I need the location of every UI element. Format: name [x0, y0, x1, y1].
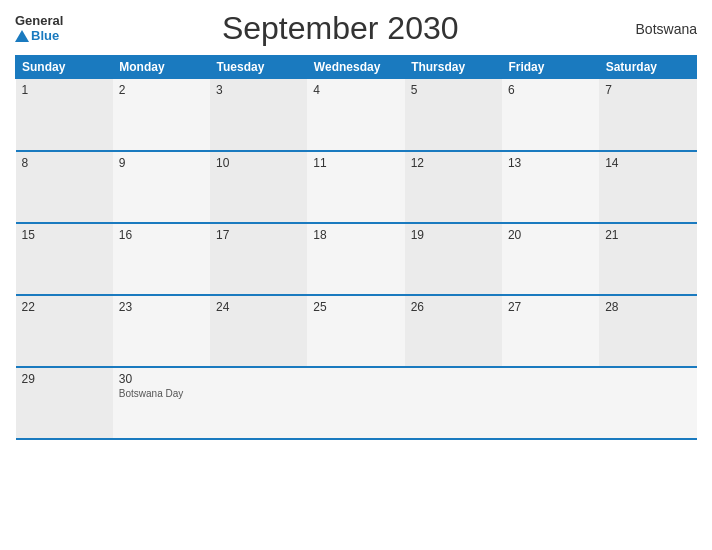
calendar-day-cell: 6 [502, 79, 599, 151]
calendar-day-cell: 9 [113, 151, 210, 223]
logo-blue-text: Blue [15, 29, 63, 43]
header-thursday: Thursday [405, 56, 502, 79]
calendar-day-cell: 3 [210, 79, 307, 151]
calendar-day-cell: 12 [405, 151, 502, 223]
calendar-day-cell: 25 [307, 295, 404, 367]
day-number: 6 [508, 83, 593, 97]
calendar-header: General Blue September 2030 Botswana [15, 10, 697, 47]
calendar-day-cell: 8 [16, 151, 113, 223]
weekday-header-row: Sunday Monday Tuesday Wednesday Thursday… [16, 56, 697, 79]
calendar-week-row: 891011121314 [16, 151, 697, 223]
logo-general-text: General [15, 14, 63, 28]
calendar-day-cell: 30Botswana Day [113, 367, 210, 439]
day-number: 18 [313, 228, 398, 242]
calendar-day-cell: 13 [502, 151, 599, 223]
calendar-week-row: 22232425262728 [16, 295, 697, 367]
header-monday: Monday [113, 56, 210, 79]
calendar-day-cell: 27 [502, 295, 599, 367]
calendar-day-cell: 18 [307, 223, 404, 295]
day-number: 9 [119, 156, 204, 170]
calendar-day-cell [307, 367, 404, 439]
day-number: 17 [216, 228, 301, 242]
day-number: 1 [22, 83, 107, 97]
calendar-day-cell: 16 [113, 223, 210, 295]
calendar-day-cell: 26 [405, 295, 502, 367]
day-number: 25 [313, 300, 398, 314]
calendar-day-cell: 19 [405, 223, 502, 295]
day-number: 15 [22, 228, 107, 242]
calendar-week-row: 15161718192021 [16, 223, 697, 295]
day-number: 23 [119, 300, 204, 314]
calendar-day-cell [599, 367, 696, 439]
day-number: 16 [119, 228, 204, 242]
day-number: 10 [216, 156, 301, 170]
calendar-week-row: 1234567 [16, 79, 697, 151]
holiday-label: Botswana Day [119, 388, 204, 399]
calendar-day-cell: 29 [16, 367, 113, 439]
day-number: 13 [508, 156, 593, 170]
day-number: 19 [411, 228, 496, 242]
day-number: 7 [605, 83, 690, 97]
header-sunday: Sunday [16, 56, 113, 79]
calendar-day-cell: 24 [210, 295, 307, 367]
logo-triangle-icon [15, 30, 29, 42]
calendar-day-cell: 20 [502, 223, 599, 295]
day-number: 20 [508, 228, 593, 242]
calendar-day-cell: 28 [599, 295, 696, 367]
calendar-day-cell [405, 367, 502, 439]
calendar-container: General Blue September 2030 Botswana Sun… [0, 0, 712, 550]
calendar-day-cell: 5 [405, 79, 502, 151]
day-number: 11 [313, 156, 398, 170]
calendar-day-cell: 11 [307, 151, 404, 223]
calendar-day-cell: 22 [16, 295, 113, 367]
calendar-day-cell: 7 [599, 79, 696, 151]
day-number: 27 [508, 300, 593, 314]
calendar-day-cell: 2 [113, 79, 210, 151]
calendar-day-cell: 21 [599, 223, 696, 295]
day-number: 8 [22, 156, 107, 170]
country-label: Botswana [617, 21, 697, 37]
header-wednesday: Wednesday [307, 56, 404, 79]
day-number: 21 [605, 228, 690, 242]
day-number: 2 [119, 83, 204, 97]
calendar-grid: Sunday Monday Tuesday Wednesday Thursday… [15, 55, 697, 440]
day-number: 29 [22, 372, 107, 386]
header-tuesday: Tuesday [210, 56, 307, 79]
calendar-day-cell: 14 [599, 151, 696, 223]
day-number: 12 [411, 156, 496, 170]
header-friday: Friday [502, 56, 599, 79]
day-number: 24 [216, 300, 301, 314]
day-number: 30 [119, 372, 204, 386]
calendar-title: September 2030 [63, 10, 617, 47]
calendar-day-cell: 10 [210, 151, 307, 223]
calendar-day-cell: 1 [16, 79, 113, 151]
day-number: 14 [605, 156, 690, 170]
calendar-day-cell [210, 367, 307, 439]
day-number: 28 [605, 300, 690, 314]
header-saturday: Saturday [599, 56, 696, 79]
calendar-week-row: 2930Botswana Day [16, 367, 697, 439]
calendar-day-cell: 4 [307, 79, 404, 151]
day-number: 26 [411, 300, 496, 314]
calendar-day-cell: 23 [113, 295, 210, 367]
day-number: 5 [411, 83, 496, 97]
day-number: 22 [22, 300, 107, 314]
calendar-day-cell [502, 367, 599, 439]
day-number: 4 [313, 83, 398, 97]
calendar-day-cell: 15 [16, 223, 113, 295]
day-number: 3 [216, 83, 301, 97]
calendar-day-cell: 17 [210, 223, 307, 295]
logo: General Blue [15, 14, 63, 43]
